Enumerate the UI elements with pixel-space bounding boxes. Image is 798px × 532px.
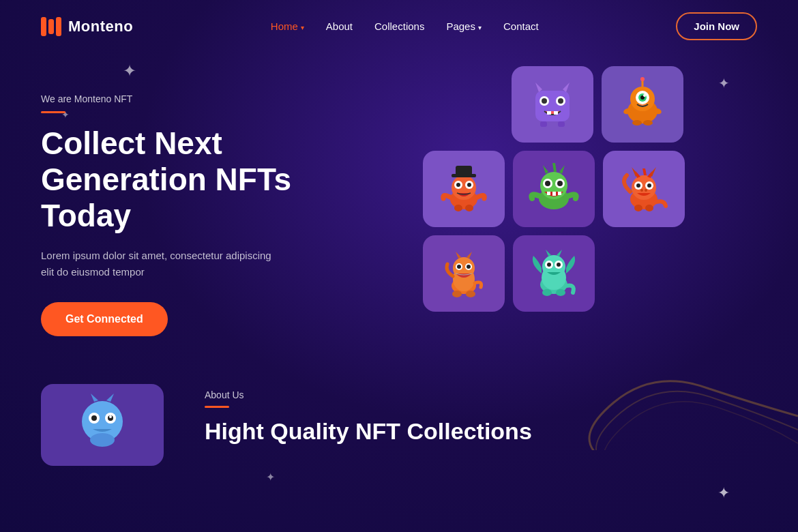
svg-rect-0 xyxy=(535,91,570,121)
svg-point-70 xyxy=(466,291,475,297)
svg-point-77 xyxy=(557,263,561,267)
svg-point-69 xyxy=(452,291,462,297)
logo[interactable]: Monteno xyxy=(41,17,133,36)
nft-card-6[interactable] xyxy=(423,235,505,312)
svg-rect-8 xyxy=(554,111,558,115)
svg-point-68 xyxy=(467,265,471,269)
svg-rect-43 xyxy=(552,192,556,196)
svg-point-87 xyxy=(109,415,112,418)
hero-section: We are Monteno NFT Collect Next Generati… xyxy=(0,53,798,336)
svg-point-55 xyxy=(647,183,651,188)
nav-links: Home▾ About Collections Pages▾ Contact xyxy=(271,20,539,33)
navbar: Monteno Home▾ About Collections Pages▾ C… xyxy=(0,0,798,53)
svg-point-67 xyxy=(457,265,461,269)
svg-rect-9 xyxy=(540,121,547,127)
svg-marker-63 xyxy=(456,252,461,258)
monster-6-icon xyxy=(437,246,491,301)
nft-card-2[interactable] xyxy=(602,66,683,143)
svg-point-4 xyxy=(558,98,563,104)
svg-rect-30 xyxy=(456,166,472,175)
logo-text: Monteno xyxy=(68,18,133,35)
join-button[interactable]: Join Now xyxy=(676,12,757,40)
nav-item-home[interactable]: Home▾ xyxy=(271,20,304,33)
nav-item-collections[interactable]: Collections xyxy=(374,20,424,33)
svg-point-85 xyxy=(91,415,97,421)
svg-rect-42 xyxy=(547,192,550,195)
nft-card-1[interactable] xyxy=(512,66,593,143)
nft-card-4[interactable] xyxy=(513,151,595,227)
nft-card-5[interactable] xyxy=(603,151,685,227)
svg-point-21 xyxy=(632,120,642,125)
svg-marker-36 xyxy=(552,163,557,172)
logo-bar-1 xyxy=(41,17,46,36)
nav-item-about[interactable]: About xyxy=(326,20,353,33)
svg-marker-37 xyxy=(559,165,565,174)
svg-point-56 xyxy=(640,189,643,192)
svg-point-59 xyxy=(645,205,653,211)
svg-point-76 xyxy=(547,263,551,267)
svg-point-80 xyxy=(542,289,552,296)
svg-point-41 xyxy=(557,181,563,186)
monster-7-icon xyxy=(527,246,581,301)
about-content: About Us Hight Quality NFT Collections xyxy=(205,384,757,445)
get-connected-button[interactable]: Get Connected xyxy=(41,302,168,336)
svg-point-16 xyxy=(643,94,646,97)
svg-marker-6 xyxy=(563,83,570,92)
nft-grid-area xyxy=(396,80,757,312)
svg-marker-50 xyxy=(642,168,647,175)
hero-subtitle: We are Monteno NFT xyxy=(41,93,368,104)
svg-marker-78 xyxy=(546,250,551,256)
hero-divider xyxy=(41,111,65,113)
svg-point-40 xyxy=(545,181,550,186)
nav-item-pages[interactable]: Pages▾ xyxy=(446,20,482,33)
about-label: About Us xyxy=(205,389,757,400)
svg-point-22 xyxy=(643,120,653,125)
svg-point-27 xyxy=(456,183,460,187)
monster-3-icon xyxy=(437,162,491,216)
nav-item-contact[interactable]: Contact xyxy=(503,20,539,33)
svg-point-88 xyxy=(90,433,115,447)
svg-point-57 xyxy=(645,189,647,192)
nav-link-pages[interactable]: Pages▾ xyxy=(446,20,482,32)
nav-link-collections[interactable]: Collections xyxy=(374,20,424,32)
svg-marker-64 xyxy=(467,252,472,258)
svg-point-54 xyxy=(636,183,640,188)
svg-rect-10 xyxy=(558,121,565,127)
svg-marker-5 xyxy=(535,83,542,92)
logo-bar-3 xyxy=(56,17,61,36)
svg-point-31 xyxy=(454,205,462,211)
hero-content: We are Monteno NFT Collect Next Generati… xyxy=(41,80,368,336)
svg-point-32 xyxy=(465,205,473,211)
svg-rect-7 xyxy=(547,111,551,115)
about-image-container xyxy=(41,384,177,466)
svg-point-18 xyxy=(640,77,645,81)
hero-description: Lorem ipsum dolor sit amet, consectetur … xyxy=(41,248,286,280)
about-title: Hight Quality NFT Collections xyxy=(205,417,757,445)
svg-marker-79 xyxy=(557,250,562,256)
about-section: About Us Hight Quality NFT Collections xyxy=(0,370,798,479)
nft-card-3[interactable] xyxy=(423,151,505,227)
hero-title: Collect Next Generation NFTs Today xyxy=(41,125,368,234)
monster-5-icon xyxy=(617,162,671,216)
svg-point-58 xyxy=(634,205,642,211)
about-monster-icon xyxy=(68,391,136,459)
svg-point-81 xyxy=(556,289,565,296)
svg-marker-35 xyxy=(543,165,548,174)
nav-link-home[interactable]: Home▾ xyxy=(271,20,304,32)
logo-bar-2 xyxy=(48,19,54,34)
nft-card-7[interactable] xyxy=(513,235,595,312)
chevron-down-icon: ▾ xyxy=(301,24,304,31)
nav-link-contact[interactable]: Contact xyxy=(503,20,539,32)
svg-rect-44 xyxy=(558,192,561,195)
nav-link-about[interactable]: About xyxy=(326,20,353,32)
monster-4-icon xyxy=(527,162,581,216)
svg-marker-90 xyxy=(106,394,114,402)
monster-2-icon xyxy=(615,77,670,132)
monster-1-icon xyxy=(525,77,580,132)
about-image xyxy=(41,384,164,466)
logo-icon xyxy=(41,17,61,36)
svg-point-3 xyxy=(542,98,547,104)
chevron-down-icon: ▾ xyxy=(478,24,482,31)
svg-point-28 xyxy=(467,183,471,187)
about-divider xyxy=(205,406,229,408)
